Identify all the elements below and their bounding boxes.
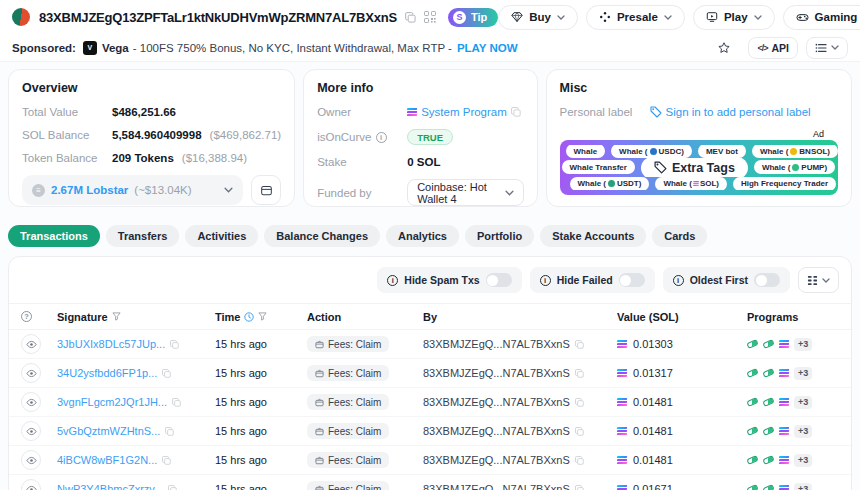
copy-by-icon[interactable] <box>575 456 584 465</box>
signature-link[interactable]: 3JbUXIx8DLc57JUp... <box>57 338 165 350</box>
filter-label: Oldest First <box>690 274 748 286</box>
token-dot-icon <box>790 148 797 155</box>
col-programs: Programs <box>747 311 851 323</box>
by-address[interactable]: 83XBMJZEgQ...N7AL7BXxnS <box>423 396 570 408</box>
by-address[interactable]: 83XBMJZEgQ...N7AL7BXxnS <box>423 454 570 466</box>
api-button[interactable]: </> API <box>748 37 798 59</box>
program-capsule-icon[interactable] <box>762 339 774 349</box>
program-capsule-icon[interactable] <box>746 455 758 465</box>
tab-stake-accounts[interactable]: Stake Accounts <box>540 225 646 247</box>
copy-by-icon[interactable] <box>575 427 584 436</box>
signature-link[interactable]: 3vgnFLgcm2JQr1JH... <box>57 396 167 408</box>
nav-gaming-button[interactable]: Gaming <box>783 5 860 30</box>
signature-link[interactable]: 4iBCW8wBF1G2N... <box>57 454 157 466</box>
play-now-link[interactable]: PLAY NOW <box>457 42 518 54</box>
program-capsule-icon[interactable] <box>746 397 758 407</box>
by-address[interactable]: 83XBMJZEgQ...N7AL7BXxnS <box>423 338 570 350</box>
copy-owner-icon[interactable] <box>511 107 521 117</box>
funded-by-value: Coinbase: Hot Wallet 4 <box>417 181 504 205</box>
preview-eye-button[interactable] <box>21 392 41 412</box>
total-value-label: Total Value <box>22 106 112 118</box>
signature-link[interactable]: 5vGbQztmWZHtnS... <box>57 425 160 437</box>
solana-program-icon[interactable] <box>779 485 789 490</box>
favorite-star-button[interactable] <box>708 37 740 59</box>
tip-button[interactable]: S Tip <box>448 8 498 27</box>
signature-link[interactable]: NwP3Y4BhmcZxrzv... <box>57 483 163 490</box>
solana-program-icon[interactable] <box>779 340 789 349</box>
action-badge: Fees: Claim <box>307 394 389 410</box>
col-time[interactable]: Time <box>215 311 240 323</box>
toggle-switch[interactable] <box>619 273 645 287</box>
table-settings-button[interactable] <box>798 267 839 293</box>
copy-signature-icon[interactable] <box>162 456 171 465</box>
tab-portfolio[interactable]: Portfolio <box>465 225 534 247</box>
program-capsule-icon[interactable] <box>746 484 758 490</box>
solana-program-icon[interactable] <box>779 427 789 436</box>
signature-link[interactable]: 34U2ysfbdd6FP1p... <box>57 367 157 379</box>
program-capsule-icon[interactable] <box>762 397 774 407</box>
toggle-switch[interactable] <box>486 273 512 287</box>
copy-signature-icon[interactable] <box>165 427 174 436</box>
funded-by-dropdown[interactable]: Coinbase: Hot Wallet 4 <box>407 179 523 206</box>
program-capsule-icon[interactable] <box>746 368 758 378</box>
nav-label: Buy <box>529 11 551 23</box>
program-capsule-icon[interactable] <box>762 455 774 465</box>
copy-signature-icon[interactable] <box>168 485 177 490</box>
copy-by-icon[interactable] <box>575 369 584 378</box>
sponsored-banner: Sponsored: V Vega - 100FS 750% Bonus, No… <box>0 34 860 62</box>
owner-link[interactable]: System Program <box>421 106 507 118</box>
view-options-button[interactable] <box>806 37 848 59</box>
program-capsule-icon[interactable] <box>746 339 758 349</box>
copy-signature-icon[interactable] <box>162 369 171 378</box>
qr-code-icon[interactable] <box>424 11 436 23</box>
filter-hide-spam-txs: i Hide Spam Txs <box>377 267 521 293</box>
preview-eye-button[interactable] <box>21 363 41 383</box>
tab-transfers[interactable]: Transfers <box>106 225 180 247</box>
copy-by-icon[interactable] <box>575 398 584 407</box>
tab-transactions[interactable]: Transactions <box>8 225 100 247</box>
tab-analytics[interactable]: Analytics <box>386 225 459 247</box>
program-capsule-icon[interactable] <box>762 484 774 490</box>
copy-by-icon[interactable] <box>575 485 584 490</box>
program-capsule-icon[interactable] <box>746 426 758 436</box>
more-programs-badge: +3 <box>794 483 812 490</box>
preview-eye-button[interactable] <box>21 479 41 490</box>
sign-in-personal-label-link[interactable]: Sign in to add personal label <box>666 106 811 118</box>
solana-program-icon[interactable] <box>779 398 789 407</box>
program-capsule-icon[interactable] <box>762 368 774 378</box>
nav-buy-button[interactable]: Buy <box>498 5 578 30</box>
nav-play-button[interactable]: Play <box>693 5 775 30</box>
copy-signature-icon[interactable] <box>172 398 181 407</box>
token-dot-icon <box>650 148 657 155</box>
token-selector-dropdown[interactable]: ≡ 2.67M Lobstar (~$13.04K) <box>22 175 243 205</box>
solana-program-icon[interactable] <box>779 369 789 378</box>
transaction-row: 3vgnFLgcm2JQr1JH... 15 hrs ago Fees: Cla… <box>9 388 851 417</box>
solana-bars-icon <box>693 181 699 186</box>
isoncurve-badge: TRUE <box>407 129 453 145</box>
copy-address-icon[interactable] <box>405 12 416 23</box>
chevron-down-icon <box>831 45 839 50</box>
value-sol: 0.01481 <box>633 454 673 466</box>
by-address[interactable]: 83XBMJZEgQ...N7AL7BXxnS <box>423 425 570 437</box>
tab-cards[interactable]: Cards <box>652 225 707 247</box>
by-address[interactable]: 83XBMJZEgQ...N7AL7BXxnS <box>423 483 570 490</box>
claim-icon <box>315 398 324 407</box>
preview-eye-button[interactable] <box>21 421 41 441</box>
total-value: $486,251.66 <box>112 106 176 118</box>
extra-tags-ad-banner[interactable]: WhaleWhale (USDC)MEV botWhale (BNSOL)Wha… <box>560 140 838 195</box>
copy-signature-icon[interactable] <box>170 340 179 349</box>
filter-label: Hide Spam Txs <box>404 274 479 286</box>
tab-activities[interactable]: Activities <box>185 225 258 247</box>
filter-funnel-icon[interactable] <box>112 312 121 321</box>
copy-by-icon[interactable] <box>575 340 584 349</box>
preview-eye-button[interactable] <box>21 334 41 354</box>
program-capsule-icon[interactable] <box>762 426 774 436</box>
solana-program-icon[interactable] <box>779 456 789 465</box>
by-address[interactable]: 83XBMJZEgQ...N7AL7BXxnS <box>423 367 570 379</box>
nav-presale-button[interactable]: Presale <box>586 5 685 30</box>
tab-balance-changes[interactable]: Balance Changes <box>264 225 380 247</box>
toggle-switch[interactable] <box>754 273 780 287</box>
preview-eye-button[interactable] <box>21 450 41 470</box>
filter-funnel-icon[interactable] <box>258 312 267 321</box>
view-portfolio-button[interactable] <box>251 175 281 205</box>
